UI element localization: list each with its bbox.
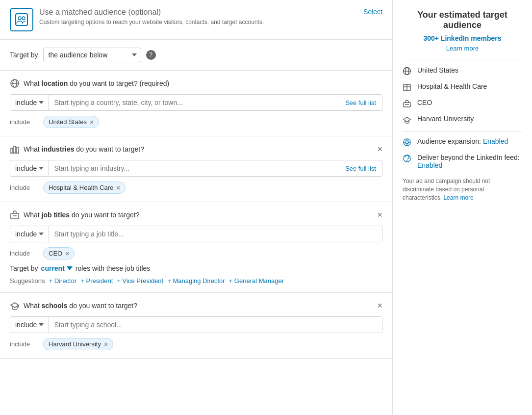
sidebar-building-icon xyxy=(403,83,412,93)
sidebar-briefcase-icon xyxy=(403,99,412,109)
schools-section: What schools do you want to target? × in… xyxy=(0,293,392,359)
location-include-tag-label: include xyxy=(10,118,39,126)
job-titles-include-dropdown[interactable]: include xyxy=(10,226,49,242)
svg-point-28 xyxy=(406,160,407,161)
industries-section-header: What industries do you want to target? × xyxy=(10,144,382,154)
schools-close-button[interactable]: × xyxy=(377,301,382,310)
svg-point-22 xyxy=(405,141,408,144)
location-include-dropdown[interactable]: include xyxy=(10,95,49,110)
schools-section-title: What schools do you want to target? xyxy=(10,301,137,311)
schools-text-input[interactable] xyxy=(49,317,382,333)
matched-audience-subtitle: Custom targeting options to reach your w… xyxy=(39,19,264,26)
job-titles-tag-close[interactable]: × xyxy=(65,250,69,257)
target-by-current-row: Target by current roles with these job t… xyxy=(10,264,382,272)
sidebar-item-school: Harvard University xyxy=(403,115,522,125)
job-titles-text-input[interactable] xyxy=(49,226,382,242)
sidebar-count: 300+ LinkedIn members xyxy=(403,34,522,42)
matched-audience-text: Use a matched audience (optional) Custom… xyxy=(39,8,264,26)
job-titles-input-row: include xyxy=(10,226,382,242)
sidebar-item-industry: Hospital & Health Care xyxy=(403,82,522,93)
suggestion-managing-director[interactable]: + Managing Director xyxy=(167,277,225,285)
location-tag-united-states: United States × xyxy=(43,116,99,128)
svg-point-2 xyxy=(22,17,25,20)
location-tag-close[interactable]: × xyxy=(90,119,94,126)
industries-include-tag-label: include xyxy=(10,184,39,191)
schools-section-header: What schools do you want to target? × xyxy=(10,301,382,311)
suggestion-director[interactable]: + Director xyxy=(49,277,77,285)
job-titles-include-tag-label: include xyxy=(10,250,39,257)
sidebar-item-audience-expansion-text: Audience expansion: Enabled xyxy=(417,137,508,145)
suggestions-row: Suggestions + Director + President + Vic… xyxy=(10,277,382,285)
schools-include-tag-label: include xyxy=(10,340,39,348)
schools-title: What schools do you want to target? xyxy=(24,302,137,310)
industries-input-row: include See full list xyxy=(10,160,382,177)
target-by-label: Target by xyxy=(10,51,38,59)
job-titles-title: What job titles do you want to target? xyxy=(24,211,140,219)
sidebar-item-jobtitle-text: CEO xyxy=(417,99,432,106)
location-see-full-list[interactable]: See full list xyxy=(339,95,382,110)
suggestion-general-manager[interactable]: + General Manager xyxy=(229,277,284,285)
job-titles-close-button[interactable]: × xyxy=(377,210,382,219)
sidebar-item-audience-expansion: Audience expansion: Enabled xyxy=(403,137,522,148)
location-title: What location do you want to target? (re… xyxy=(24,79,169,87)
job-titles-tag-ceo: CEO × xyxy=(43,247,75,259)
industries-see-full-list[interactable]: See full list xyxy=(339,161,382,176)
schools-include-dropdown[interactable]: include xyxy=(10,317,49,333)
industries-title: What industries do you want to target? xyxy=(24,145,144,153)
sidebar-school-icon xyxy=(403,115,412,125)
industries-tag-close[interactable]: × xyxy=(116,184,120,191)
target-by-select[interactable]: the audience below a matched audience xyxy=(43,48,141,62)
audience-icon xyxy=(10,8,33,31)
suggestion-vice-president[interactable]: + Vice President xyxy=(117,277,163,285)
sidebar-feed-icon xyxy=(403,154,412,164)
suggestion-president[interactable]: + President xyxy=(80,277,113,285)
svg-rect-7 xyxy=(14,146,16,153)
industries-tag-row: include Hospital & Health Care × xyxy=(10,182,382,194)
location-icon xyxy=(10,78,20,88)
industries-tag-hospital: Hospital & Health Care × xyxy=(43,182,126,194)
industries-section: What industries do you want to target? ×… xyxy=(0,136,392,202)
industries-text-input[interactable] xyxy=(49,160,339,176)
sidebar-disclaimer-learn-more[interactable]: Learn more xyxy=(443,194,473,201)
schools-tag-row: include Harvard University × xyxy=(10,338,382,350)
industries-include-dropdown[interactable]: include xyxy=(10,160,49,176)
sidebar: Your estimated target audience 300+ Link… xyxy=(392,0,532,415)
sidebar-learn-more-link[interactable]: Learn more xyxy=(446,45,479,52)
help-icon[interactable]: ? xyxy=(146,50,156,60)
suggestions-label: Suggestions xyxy=(10,277,45,285)
job-titles-icon xyxy=(10,210,20,220)
location-input-row: include See full list xyxy=(10,94,382,111)
job-titles-section-title: What job titles do you want to target? xyxy=(10,210,140,220)
schools-tag-harvard: Harvard University × xyxy=(43,338,113,350)
industries-section-title: What industries do you want to target? xyxy=(10,144,144,154)
schools-icon xyxy=(10,301,20,311)
location-section: What location do you want to target? (re… xyxy=(0,71,392,136)
sidebar-item-deliver-beyond-text: Deliver beyond the LinkedIn feed: Enable… xyxy=(417,154,522,169)
sidebar-divider-2 xyxy=(403,131,522,131)
svg-rect-6 xyxy=(11,148,13,153)
sidebar-disclaimer: Your ad and campaign should not discrimi… xyxy=(403,177,522,202)
sidebar-item-us: United States xyxy=(403,66,522,77)
location-section-title: What location do you want to target? (re… xyxy=(10,78,169,88)
schools-tag-close[interactable]: × xyxy=(104,341,108,348)
location-text-input[interactable] xyxy=(49,95,339,110)
sidebar-item-school-text: Harvard University xyxy=(417,115,474,123)
sidebar-item-deliver-beyond: Deliver beyond the LinkedIn feed: Enable… xyxy=(403,154,522,169)
sidebar-learn-more: Learn more xyxy=(403,44,522,52)
sidebar-expand-icon xyxy=(403,138,412,148)
industries-close-button[interactable]: × xyxy=(377,145,382,154)
job-titles-section-header: What job titles do you want to target? × xyxy=(10,210,382,220)
roles-suffix-text: roles with these job titles xyxy=(76,264,151,272)
select-link[interactable]: Select xyxy=(363,8,382,16)
svg-point-1 xyxy=(18,17,21,20)
sidebar-item-jobtitle: CEO xyxy=(403,99,522,109)
matched-audience-info: Use a matched audience (optional) Custom… xyxy=(10,8,264,31)
sidebar-globe-icon xyxy=(403,67,412,77)
matched-audience-title: Use a matched audience (optional) xyxy=(39,8,264,17)
sidebar-title: Your estimated target audience xyxy=(403,10,522,30)
current-dropdown[interactable]: current xyxy=(41,264,73,272)
location-tag-row: include United States × xyxy=(10,116,382,128)
svg-rect-0 xyxy=(16,14,27,26)
sidebar-item-industry-text: Hospital & Health Care xyxy=(417,82,487,90)
target-by-current-prefix: Target by xyxy=(10,264,38,272)
